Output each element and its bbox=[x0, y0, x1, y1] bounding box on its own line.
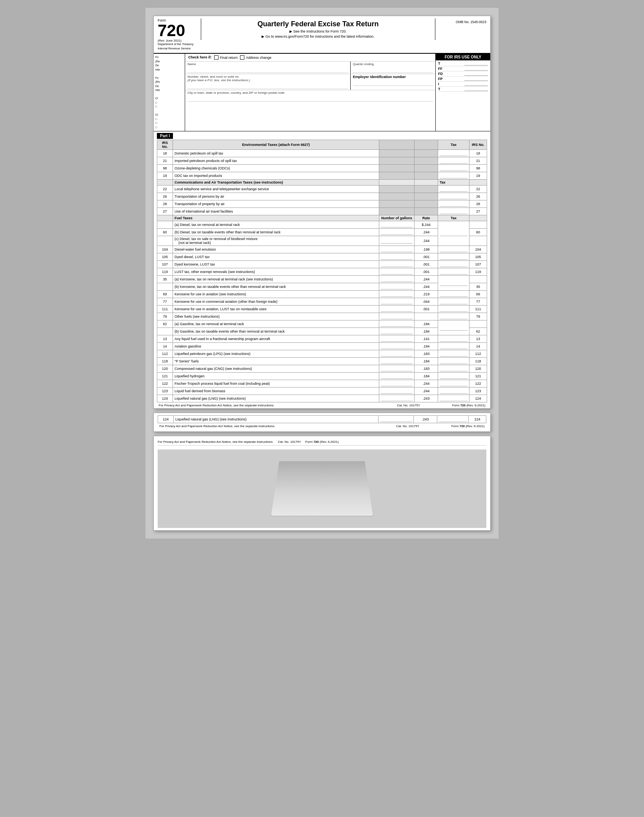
row-35b-gallons[interactable] bbox=[379, 283, 415, 291]
row-35-tax[interactable] bbox=[438, 276, 469, 291]
fuel-a-gallons[interactable] bbox=[379, 221, 415, 229]
row-104: 104 Diesel-water fuel emulsion .198 104 bbox=[157, 246, 487, 253]
row-112-tax[interactable] bbox=[438, 350, 469, 358]
row-26-tax[interactable] bbox=[438, 193, 469, 200]
irs-i-row: I bbox=[438, 82, 488, 87]
address-input[interactable] bbox=[187, 83, 348, 89]
row-14-tax[interactable] bbox=[438, 343, 469, 350]
row-104-tax[interactable] bbox=[438, 246, 469, 253]
row-98-tax[interactable] bbox=[438, 165, 469, 172]
row-35b-desc: (b) Kerosene, tax on taxable events othe… bbox=[173, 283, 379, 291]
row-107-tax[interactable] bbox=[438, 261, 469, 268]
row-21-no: 21 bbox=[157, 157, 173, 165]
row-22-tax[interactable] bbox=[438, 186, 469, 193]
row-123-gallons[interactable] bbox=[379, 388, 415, 395]
row-118: 118 "P Series" fuels .184 118 bbox=[157, 358, 487, 365]
row-120-tax[interactable] bbox=[438, 365, 469, 373]
row-27-no: 27 bbox=[157, 208, 173, 215]
row-62-tax[interactable] bbox=[438, 320, 469, 335]
row-122-gallons[interactable] bbox=[379, 380, 415, 388]
comm-gallons bbox=[379, 180, 415, 186]
fuel-header-row: Fuel Taxes Number of gallons Rate Tax bbox=[157, 215, 487, 221]
row-27-tax[interactable] bbox=[438, 208, 469, 215]
row-62b-gallons[interactable] bbox=[379, 328, 415, 335]
row-119-gallons[interactable] bbox=[379, 268, 415, 276]
row-26-irs-right: 26 bbox=[469, 193, 487, 200]
row-35a-irs-right bbox=[469, 276, 487, 283]
row-79-tax[interactable] bbox=[438, 313, 469, 320]
form-rev: (Rev. June 2021) bbox=[158, 39, 197, 42]
row-13-no: 13 bbox=[157, 335, 173, 343]
row-118-tax[interactable] bbox=[438, 358, 469, 365]
check-label: Check here if: bbox=[188, 55, 212, 59]
row-69-rate: .219 bbox=[415, 291, 438, 298]
decorative-shape bbox=[271, 461, 373, 516]
row-79-gallons[interactable] bbox=[379, 313, 415, 320]
fuel-a-rate: $.244 bbox=[415, 221, 438, 229]
address-change-box[interactable] bbox=[240, 55, 244, 60]
row-120-no: 120 bbox=[157, 365, 173, 373]
quarter-input[interactable] bbox=[353, 67, 433, 73]
row-105-gallons[interactable] bbox=[379, 253, 415, 261]
row-118-no: 118 bbox=[157, 358, 173, 365]
p2-row-124-tax[interactable] bbox=[437, 416, 469, 423]
row-21: 21 Imported petroleum products oil spill… bbox=[157, 157, 487, 165]
row-18-tax[interactable] bbox=[438, 150, 469, 157]
row-123-tax[interactable] bbox=[438, 388, 469, 395]
row-119-tax[interactable] bbox=[438, 268, 469, 276]
th-irs-no-right: IRS No. bbox=[469, 140, 487, 150]
row-123-desc: Liquid fuel derived from biomass bbox=[173, 388, 379, 395]
form-page-2: 124 Liquefied natural gas (LNG) (see ins… bbox=[153, 413, 491, 432]
row-121-tax[interactable] bbox=[438, 373, 469, 380]
row-18-desc: Domestic petroleum oil spill tax bbox=[173, 150, 379, 157]
row-122-tax[interactable] bbox=[438, 380, 469, 388]
row-124-tax[interactable] bbox=[438, 395, 469, 402]
row-107-gallons[interactable] bbox=[379, 261, 415, 268]
row-104-gallons[interactable] bbox=[379, 246, 415, 253]
final-return-box[interactable] bbox=[214, 55, 218, 60]
irs-t2-label: T bbox=[438, 87, 440, 91]
footer-text: For Privacy Act and Paperwork Reduction … bbox=[157, 402, 379, 409]
row-13-gallons[interactable] bbox=[379, 335, 415, 343]
row-19-tax[interactable] bbox=[438, 172, 469, 180]
row-28-tax[interactable] bbox=[438, 200, 469, 208]
check-row: Check here if: Final return Address chan… bbox=[185, 54, 435, 62]
fuel-b-gallons[interactable] bbox=[379, 229, 415, 236]
irs-t-box bbox=[464, 62, 488, 66]
row-14-gallons[interactable] bbox=[379, 343, 415, 350]
ein-input[interactable] bbox=[353, 80, 433, 86]
city-input[interactable] bbox=[187, 95, 433, 102]
row-13-tax[interactable] bbox=[438, 335, 469, 343]
row-124-gallons[interactable] bbox=[379, 395, 415, 402]
fuel-row-a-diesel: (a) Diesel, tax on removal at terminal r… bbox=[157, 221, 487, 229]
final-return-checkbox[interactable]: Final return bbox=[214, 55, 238, 60]
row-120: 120 Compressed natural gas (CNG) (see in… bbox=[157, 365, 487, 373]
fuel-c-gallons[interactable] bbox=[379, 236, 415, 246]
page-wrapper: Form 720 (Rev. June 2021) Department of … bbox=[146, 8, 498, 539]
row-21-tax[interactable] bbox=[438, 157, 469, 165]
row-123-no: 123 bbox=[157, 388, 173, 395]
row-77-tax[interactable] bbox=[438, 298, 469, 306]
row-35a-gallons[interactable] bbox=[379, 276, 415, 283]
row-118-gallons[interactable] bbox=[379, 358, 415, 365]
row-98: 98 Ozone-depleting chemicals (ODCs) 98 bbox=[157, 165, 487, 172]
row-111-gallons[interactable] bbox=[379, 306, 415, 313]
name-input[interactable] bbox=[187, 67, 348, 73]
row-77-gallons[interactable] bbox=[379, 298, 415, 306]
fuel-c-desc: (c) Diesel, tax on sale or removal of bi… bbox=[173, 236, 379, 246]
row-112-gallons[interactable] bbox=[379, 350, 415, 358]
fuel-abc-tax[interactable] bbox=[438, 221, 469, 246]
row-121-gallons[interactable] bbox=[379, 373, 415, 380]
row-111-tax[interactable] bbox=[438, 306, 469, 313]
p2-row-124-gallons[interactable] bbox=[378, 416, 414, 423]
page3-footer-text: For Privacy Act and Paperwork Reduction … bbox=[158, 440, 273, 444]
comm-rate bbox=[415, 180, 438, 186]
address-change-checkbox[interactable]: Address change bbox=[240, 55, 271, 60]
row-26-no: 26 bbox=[157, 193, 173, 200]
row-62a-gallons[interactable] bbox=[379, 320, 415, 328]
row-120-gallons[interactable] bbox=[379, 365, 415, 373]
row-111-no: 111 bbox=[157, 306, 173, 313]
row-69-tax[interactable] bbox=[438, 291, 469, 298]
row-105-tax[interactable] bbox=[438, 253, 469, 261]
row-69-gallons[interactable] bbox=[379, 291, 415, 298]
